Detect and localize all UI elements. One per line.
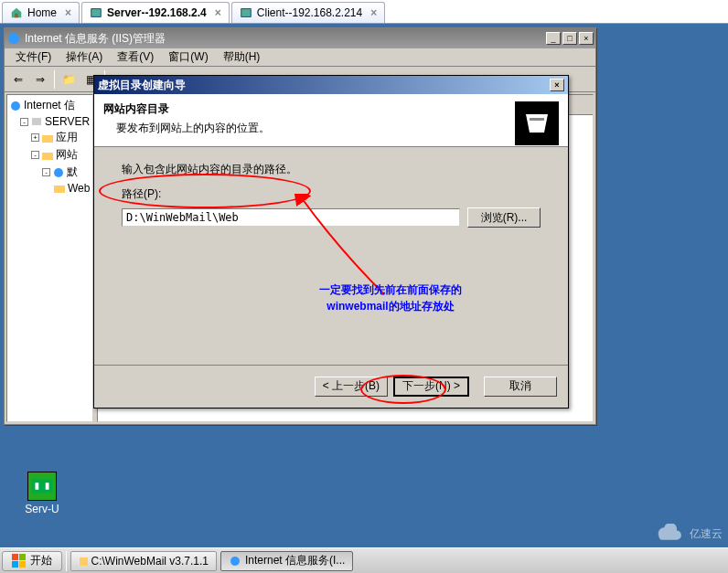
svg-point-15 bbox=[230, 557, 240, 566]
svg-point-4 bbox=[11, 101, 20, 111]
svg-rect-12 bbox=[12, 561, 18, 568]
task-label: Internet 信息服务(I... bbox=[245, 553, 345, 568]
up-button[interactable]: 📁 bbox=[59, 69, 79, 90]
start-label: 开始 bbox=[30, 553, 52, 568]
svg-rect-5 bbox=[32, 118, 41, 125]
tree-panel[interactable]: Internet 信 -SERVER +应用 -网站 -默 Web bbox=[6, 94, 93, 422]
tree-web[interactable]: -网站 bbox=[9, 146, 91, 164]
menu-file[interactable]: 文件(F) bbox=[8, 48, 59, 67]
wizard-body: 输入包含此网站内容的目录的路径。 路径(P): 浏览(R)... bbox=[94, 147, 568, 365]
svg-rect-0 bbox=[15, 14, 18, 17]
svg-rect-11 bbox=[19, 554, 26, 560]
forward-button[interactable]: ⇒ bbox=[30, 69, 50, 90]
svg-rect-6 bbox=[42, 135, 53, 143]
folder-icon bbox=[79, 555, 88, 568]
back-button[interactable]: ⇐ bbox=[8, 69, 28, 90]
next-button[interactable]: 下一步(N) > bbox=[393, 377, 469, 397]
tab-client[interactable]: Client--192.168.2.214 × bbox=[231, 2, 385, 23]
menubar: 文件(F) 操作(A) 查看(V) 窗口(W) 帮助(H) bbox=[5, 48, 595, 67]
tab-label: Client--192.168.2.214 bbox=[257, 6, 362, 19]
wizard-subheading: 要发布到网站上的内容的位置。 bbox=[103, 121, 515, 136]
svg-rect-13 bbox=[19, 561, 26, 568]
tree-app[interactable]: +应用 bbox=[9, 129, 91, 146]
tab-label: Home bbox=[27, 6, 57, 19]
watermark: 亿速云 bbox=[655, 524, 723, 544]
menu-window[interactable]: 窗口(W) bbox=[161, 48, 215, 67]
iis-icon bbox=[6, 31, 21, 46]
path-label: 路径(P): bbox=[122, 186, 541, 202]
window-title: Internet 信息服务 (IIS)管理器 bbox=[25, 31, 544, 47]
start-button[interactable]: 开始 bbox=[2, 551, 62, 571]
separator bbox=[54, 70, 55, 89]
svg-point-8 bbox=[54, 168, 63, 177]
close-icon[interactable]: × bbox=[65, 6, 71, 19]
desktop-icon-servu[interactable]: Serv-U bbox=[20, 472, 64, 515]
close-icon[interactable]: × bbox=[370, 6, 377, 19]
wizard-header-icon bbox=[515, 101, 559, 145]
home-icon bbox=[10, 6, 23, 19]
tree-root[interactable]: Internet 信 bbox=[9, 97, 91, 114]
servu-icon bbox=[27, 472, 57, 501]
iis-icon bbox=[229, 555, 241, 568]
tab-server[interactable]: Server--192.168.2.4 × bbox=[81, 2, 230, 23]
taskbar: 开始 C:\WinWebMail v3.7.1.1 Internet 信息服务(… bbox=[0, 547, 728, 573]
titlebar: Internet 信息服务 (IIS)管理器 _ □ × bbox=[5, 28, 595, 48]
back-button[interactable]: < 上一步(B) bbox=[315, 377, 388, 397]
menu-action[interactable]: 操作(A) bbox=[59, 48, 110, 67]
window-buttons: _ □ × bbox=[544, 32, 594, 45]
browser-tabs: Home × Server--192.168.2.4 × Client--192… bbox=[0, 0, 728, 24]
task-winwebmail[interactable]: C:\WinWebMail v3.7.1.1 bbox=[70, 551, 217, 571]
minimize-button[interactable]: _ bbox=[546, 32, 561, 45]
wizard-instruction: 输入包含此网站内容的目录的路径。 bbox=[122, 162, 541, 177]
task-label: C:\WinWebMail v3.7.1.1 bbox=[91, 555, 209, 568]
wizard-titlebar: 虚拟目录创建向导 × bbox=[94, 76, 568, 94]
close-button[interactable]: × bbox=[550, 79, 564, 91]
tree-webfolder[interactable]: Web bbox=[9, 181, 91, 196]
svg-rect-1 bbox=[91, 9, 102, 17]
menu-view[interactable]: 查看(V) bbox=[110, 48, 161, 67]
tab-label: Server--192.168.2.4 bbox=[107, 6, 207, 19]
wizard-heading: 网站内容目录 bbox=[103, 101, 515, 117]
svg-point-3 bbox=[8, 33, 19, 44]
tree-server[interactable]: -SERVER bbox=[9, 114, 91, 129]
close-button[interactable]: × bbox=[579, 32, 594, 45]
svg-rect-9 bbox=[54, 186, 65, 193]
tab-home[interactable]: Home × bbox=[2, 2, 80, 23]
svg-rect-14 bbox=[80, 557, 88, 566]
client-icon bbox=[240, 6, 252, 19]
svg-rect-2 bbox=[241, 9, 252, 17]
wizard-header: 网站内容目录 要发布到网站上的内容的位置。 bbox=[94, 94, 568, 147]
svg-rect-7 bbox=[42, 153, 53, 160]
svg-rect-10 bbox=[12, 554, 18, 560]
close-icon[interactable]: × bbox=[215, 6, 221, 19]
windows-icon bbox=[12, 554, 27, 568]
path-input[interactable] bbox=[122, 208, 460, 227]
wizard-footer: < 上一步(B) 下一步(N) > 取消 bbox=[94, 365, 568, 407]
annotation-text: 一定要找到先前在前面保存的winwebmail的地址存放处 bbox=[294, 281, 487, 314]
server-icon bbox=[90, 6, 102, 19]
wizard-header-text: 网站内容目录 要发布到网站上的内容的位置。 bbox=[103, 101, 515, 139]
browse-button[interactable]: 浏览(R)... bbox=[467, 207, 541, 228]
cancel-button[interactable]: 取消 bbox=[484, 377, 557, 397]
task-iis[interactable]: Internet 信息服务(I... bbox=[220, 551, 353, 571]
wizard-title: 虚拟目录创建向导 bbox=[98, 78, 548, 93]
separator bbox=[66, 551, 67, 571]
desktop-icon-label: Serv-U bbox=[25, 503, 59, 515]
wizard-dialog: 虚拟目录创建向导 × 网站内容目录 要发布到网站上的内容的位置。 输入包含此网站… bbox=[93, 75, 569, 409]
path-row: 浏览(R)... bbox=[122, 207, 541, 228]
maximize-button[interactable]: □ bbox=[562, 32, 577, 45]
tree-default[interactable]: -默 bbox=[9, 164, 91, 181]
menu-help[interactable]: 帮助(H) bbox=[216, 48, 268, 67]
